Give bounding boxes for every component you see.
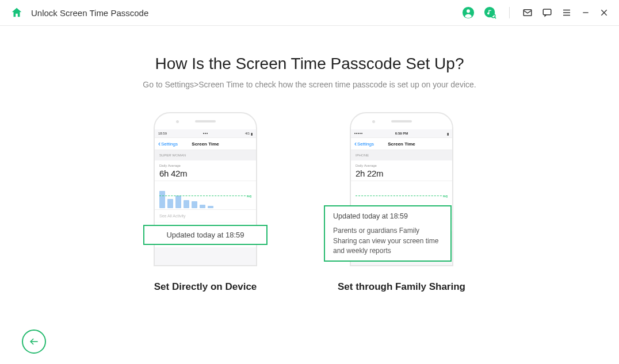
- avg-label: Daily Average: [356, 164, 448, 167]
- avg-value: 2h 22m: [356, 168, 448, 178]
- option-device-label: Set Directly on Device: [154, 281, 257, 293]
- svg-line-4: [495, 17, 496, 18]
- nav-title: Screen Time: [192, 141, 219, 147]
- svg-rect-6: [543, 9, 551, 15]
- main-content: How Is the Screen Time Passcode Set Up? …: [0, 26, 619, 293]
- topbar-divider: [509, 7, 510, 18]
- mail-icon[interactable]: [522, 7, 533, 18]
- section-label: SUPER WOMAN: [155, 150, 256, 160]
- nav-back: Settings: [158, 140, 178, 148]
- option-family-label: Set through Family Sharing: [338, 281, 465, 293]
- close-icon[interactable]: [599, 8, 609, 17]
- titlebar: Unlock Screen Time Passcode: [0, 0, 619, 26]
- list-item: See All Activity: [155, 210, 256, 223]
- minimize-icon[interactable]: [581, 8, 590, 17]
- home-icon[interactable]: [10, 6, 23, 19]
- status-time: 6:59 PM: [395, 132, 408, 135]
- status-carrier: 4G ▮: [245, 132, 253, 136]
- options-row: 18:59 4G ▮ Settings Screen Time SUPER WO…: [0, 112, 619, 293]
- option-device[interactable]: 18:59 4G ▮ Settings Screen Time SUPER WO…: [154, 112, 257, 293]
- avg-value: 6h 42m: [159, 168, 251, 178]
- account-icon[interactable]: [462, 6, 475, 19]
- callout-family: Updated today at 18:59 Parents or guardi…: [324, 205, 452, 262]
- nav-back: Settings: [354, 140, 374, 148]
- page-title: How Is the Screen Time Passcode Set Up?: [0, 55, 619, 73]
- callout-device: Updated today at 18:59: [143, 225, 268, 245]
- status-time: 18:59: [158, 132, 167, 135]
- music-search-icon[interactable]: [484, 6, 496, 19]
- svg-point-1: [467, 9, 470, 13]
- page-subtitle: Go to Settings>Screen Time to check how …: [0, 80, 619, 89]
- feedback-icon[interactable]: [542, 7, 552, 18]
- svg-point-2: [484, 7, 495, 17]
- nav-title: Screen Time: [388, 141, 415, 147]
- avg-label: Daily Average: [159, 164, 251, 167]
- menu-icon[interactable]: [561, 7, 572, 18]
- back-button[interactable]: [22, 329, 46, 354]
- option-family[interactable]: 6:59 PM ▮ Settings Screen Time IPHONE Da…: [338, 112, 465, 293]
- section-label: IPHONE: [351, 150, 452, 160]
- titlebar-title: Unlock Screen Time Passcode: [31, 8, 148, 18]
- usage-chart: avg: [155, 181, 256, 210]
